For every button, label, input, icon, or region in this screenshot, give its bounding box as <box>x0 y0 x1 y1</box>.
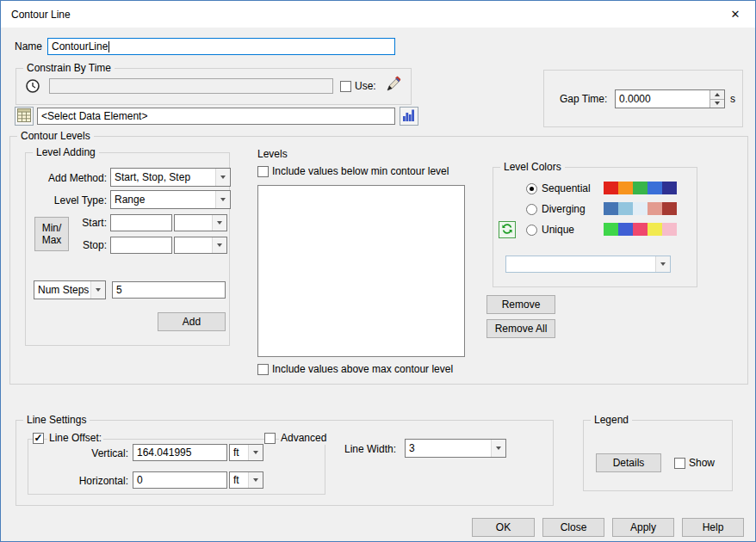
chevron-down-icon <box>491 440 505 457</box>
vertical-unit-select[interactable]: ft <box>229 444 263 461</box>
color-swatch <box>604 202 618 215</box>
add-button[interactable]: Add <box>158 312 226 331</box>
steps-mode-value: Num Steps <box>34 284 90 296</box>
level-adding-label: Level Adding <box>33 146 99 159</box>
line-width-value: 3 <box>406 442 491 454</box>
histogram-icon <box>402 108 416 125</box>
line-offset-checkbox[interactable] <box>33 433 44 444</box>
horizontal-value: 0 <box>137 474 143 486</box>
chevron-down-icon <box>212 237 226 253</box>
gap-time-label: Gap Time: <box>560 93 607 106</box>
advanced-checkbox[interactable] <box>264 433 276 444</box>
include-below-checkbox[interactable] <box>257 166 269 177</box>
close-icon[interactable]: ✕ <box>716 1 755 28</box>
line-offset-label: Line Offset: <box>47 432 103 445</box>
color-swatch <box>662 202 677 215</box>
level-type-value: Range <box>111 194 215 206</box>
ok-button[interactable]: OK <box>472 518 535 537</box>
horizontal-unit-select[interactable]: ft <box>229 471 263 489</box>
constrain-by-time-group: Constrain By Time Use: <box>15 68 412 105</box>
start-input[interactable] <box>110 214 172 231</box>
window-title: Contour Line <box>1 9 71 21</box>
show-checkbox[interactable] <box>674 458 685 469</box>
include-above-label: Include values above max contour level <box>272 363 453 376</box>
spinner-up-icon[interactable] <box>710 90 724 99</box>
sequential-swatches <box>604 182 677 194</box>
horizontal-label: Horizontal: <box>64 475 128 488</box>
diverging-radio[interactable] <box>526 204 537 215</box>
vertical-input[interactable]: 164.041995 <box>133 444 227 461</box>
remove-button[interactable]: Remove <box>486 295 555 314</box>
chevron-down-icon <box>248 472 263 488</box>
start-unit-select[interactable] <box>174 214 227 231</box>
chevron-down-icon <box>90 281 105 299</box>
level-type-select[interactable]: Range <box>110 190 231 209</box>
time-constraint-input[interactable] <box>49 78 333 94</box>
details-button[interactable]: Details <box>596 453 661 472</box>
levels-listbox[interactable] <box>257 185 465 357</box>
add-method-value: Start, Stop, Step <box>111 171 215 183</box>
start-label: Start: <box>65 217 107 230</box>
vertical-unit-value: ft <box>230 447 248 459</box>
data-element-value: <Select Data Element> <box>41 110 147 122</box>
custom-color-select[interactable] <box>505 256 671 273</box>
horizontal-input[interactable]: 0 <box>133 471 227 489</box>
add-method-label: Add Method: <box>31 172 107 185</box>
sequential-radio[interactable] <box>526 183 537 194</box>
constrain-by-time-label: Constrain By Time <box>23 62 115 75</box>
close-button[interactable]: Close <box>542 518 604 537</box>
pen-icon[interactable] <box>385 76 402 93</box>
stop-label: Stop: <box>65 239 107 252</box>
name-value: ContourLine <box>52 40 108 52</box>
color-swatch <box>648 223 662 236</box>
name-input[interactable]: ContourLine <box>47 38 395 55</box>
chevron-down-icon <box>215 169 230 186</box>
color-swatch <box>618 182 633 194</box>
stop-unit-select[interactable] <box>174 237 227 254</box>
steps-mode-select[interactable]: Num Steps <box>34 280 106 299</box>
line-width-label: Line Width: <box>344 443 396 456</box>
color-swatch <box>648 182 662 194</box>
refresh-colors-button[interactable] <box>499 221 516 238</box>
minmax-button[interactable]: Min/ Max <box>34 217 69 251</box>
use-label: Use: <box>355 80 376 93</box>
titlebar[interactable]: Contour Line ✕ <box>1 1 755 28</box>
level-colors-label: Level Colors <box>500 161 565 174</box>
contour-levels-group: Contour Levels Level Adding Add Method: … <box>9 136 748 385</box>
color-swatch <box>662 223 677 236</box>
contour-line-dialog: Contour Line ✕ Name ContourLine Constrai… <box>0 0 756 542</box>
levels-label: Levels <box>257 148 288 161</box>
unique-label: Unique <box>542 224 574 237</box>
help-button[interactable]: Help <box>682 518 744 537</box>
unique-radio[interactable] <box>526 225 537 236</box>
stop-input[interactable] <box>110 237 172 254</box>
gap-time-spinner <box>710 90 724 108</box>
add-method-select[interactable]: Start, Stop, Step <box>110 168 231 187</box>
color-swatch <box>604 223 618 236</box>
diverging-swatches <box>604 202 677 215</box>
sequential-label: Sequential <box>542 182 591 195</box>
chevron-down-icon <box>655 256 670 272</box>
color-swatch <box>662 182 677 194</box>
remove-all-button[interactable]: Remove All <box>486 319 555 338</box>
chevron-down-icon <box>215 191 230 208</box>
table-icon <box>17 108 31 125</box>
num-steps-input[interactable]: 5 <box>112 281 226 299</box>
line-width-select[interactable]: 3 <box>405 439 506 458</box>
use-checkbox[interactable] <box>340 81 351 92</box>
contour-levels-label: Contour Levels <box>17 130 94 143</box>
histogram-button[interactable] <box>400 107 418 126</box>
include-above-checkbox[interactable] <box>257 364 269 375</box>
data-table-button[interactable] <box>15 107 34 126</box>
color-swatch <box>648 202 662 215</box>
data-element-input[interactable]: <Select Data Element> <box>37 108 395 125</box>
legend-group: Legend Details Show <box>583 420 733 491</box>
apply-button[interactable]: Apply <box>612 518 674 537</box>
spinner-down-icon[interactable] <box>710 99 724 108</box>
advanced-label: Advanced <box>279 432 328 445</box>
horizontal-unit-value: ft <box>230 474 248 486</box>
level-type-label: Level Type: <box>31 194 107 207</box>
color-swatch <box>633 182 648 194</box>
include-below-label: Include values below min contour level <box>272 165 449 178</box>
gap-time-input[interactable]: 0.0000 <box>615 89 725 108</box>
